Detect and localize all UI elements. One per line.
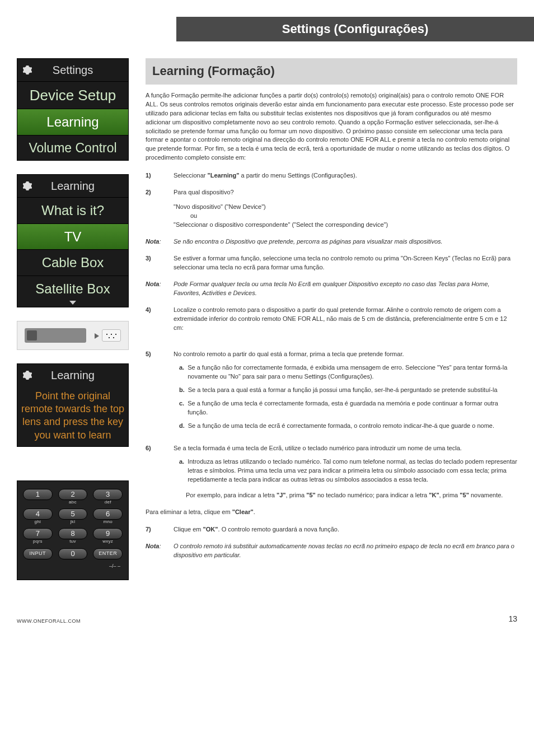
key-7-label: pqrs: [23, 538, 53, 544]
step-1-num: 1): [146, 171, 162, 180]
step-5a: a.Se a função não for correctamente form…: [179, 363, 517, 381]
key-4-label: ghi: [23, 519, 53, 525]
step-4: 4) Localize o controlo remoto para o dis…: [146, 306, 517, 333]
menu-satellite-box[interactable]: Satellite Box: [17, 276, 128, 300]
clear-note: Para eliminar a letra, clique em "Clear"…: [146, 508, 517, 516]
step-7: 7) Clique em "OK". O controlo remoto gua…: [146, 525, 517, 534]
step-3-num: 3): [146, 254, 162, 272]
menu-what-is-it[interactable]: What is it?: [17, 197, 128, 223]
key-5-label: jkl: [58, 519, 88, 525]
key-6[interactable]: 6: [93, 508, 123, 520]
instruction-text: Point the original remote towards the to…: [17, 386, 128, 447]
note-1-body: Se não encontra o Dispositivo que preten…: [174, 237, 517, 246]
menu-learning[interactable]: Learning: [17, 109, 128, 135]
gear-icon: [23, 66, 32, 74]
section-title: Learning (Formação): [146, 58, 517, 85]
menu-device-setup[interactable]: Device Setup: [17, 81, 128, 109]
keypad-footnote: –/– –: [93, 563, 123, 570]
note-3: Nota: O controlo remoto irá substituir a…: [146, 542, 517, 560]
settings-panel-header: Settings: [17, 59, 128, 81]
page-footer: WWW.ONEFORALL.COM 13: [0, 603, 534, 636]
key-1[interactable]: 1: [23, 489, 53, 500]
key-3[interactable]: 3: [93, 489, 123, 500]
page-title: Settings (Configurações): [282, 21, 429, 38]
key-3-label: def: [93, 499, 123, 505]
page-header: Settings (Configurações): [176, 17, 534, 41]
key-9-label: wxyz: [93, 538, 123, 544]
key-4[interactable]: 4: [23, 508, 53, 520]
key-enter[interactable]: ENTER: [93, 548, 123, 559]
key-9[interactable]: 9: [93, 528, 123, 539]
key-6-label: mno: [93, 519, 123, 525]
settings-panel: Settings Device Setup Learning Volume Co…: [17, 58, 129, 161]
key-7[interactable]: 7: [23, 528, 53, 539]
key-8-label: tuv: [58, 538, 88, 544]
left-column: Settings Device Setup Learning Volume Co…: [17, 58, 129, 580]
step-3: 3) Se estiver a formar uma função, selec…: [146, 254, 517, 272]
step-6: 6) Se a tecla formada é uma tecla de Ecr…: [146, 444, 517, 500]
key-0[interactable]: 0: [58, 548, 88, 559]
remote-diagram: [17, 321, 129, 350]
menu-cable-box[interactable]: Cable Box: [17, 249, 128, 276]
page-number: 13: [508, 614, 517, 625]
step-5b: b.Se a tecla para a qual está a formar a…: [179, 386, 517, 395]
arrow-right-icon: [95, 333, 99, 339]
note-1: Nota: Se não encontra o Dispositivo que …: [146, 237, 517, 246]
note-3-body: O controlo remoto irá substituir automat…: [174, 542, 517, 560]
step-7-body: Clique em "OK". O controlo remoto guarda…: [174, 525, 517, 534]
key-2[interactable]: 2: [58, 489, 88, 500]
learning-panel-header: Learning: [17, 175, 128, 197]
menu-satellite-box-label: Satellite Box: [35, 281, 110, 296]
step-6-num: 6): [146, 444, 162, 500]
step-6a: a.Introduza as letras utilizando o tecla…: [179, 458, 517, 484]
footer-url: WWW.ONEFORALL.COM: [17, 618, 81, 625]
instruction-panel: Learning Point the original remote towar…: [17, 363, 129, 447]
gear-icon: [23, 181, 32, 190]
key-input[interactable]: INPUT: [23, 548, 53, 559]
step-5: 5) No controlo remoto a partir do qual e…: [146, 350, 517, 431]
step-list: 1) Seleccionar "Learning" a partir do me…: [146, 171, 517, 560]
step-5c: c.Se a função de uma tecla é correctamen…: [179, 399, 517, 417]
step-1-body: Seleccionar "Learning" a partir do menu …: [174, 171, 517, 180]
step-3-body: Se estiver a formar uma função, seleccio…: [174, 254, 517, 272]
menu-volume-control[interactable]: Volume Control: [17, 135, 128, 160]
step-2: 2) Para qual dispositivo? "Novo disposit…: [146, 188, 517, 230]
step-4-num: 4): [146, 306, 162, 333]
note-2-body: Pode Formar qualquer tecla ou uma tecla …: [174, 280, 517, 298]
key-8[interactable]: 8: [58, 528, 88, 539]
instruction-panel-header: Learning: [17, 364, 128, 386]
settings-panel-title: Settings: [23, 62, 123, 78]
step-2-body: Para qual dispositivo? "Novo dispositivo…: [174, 188, 517, 230]
note-2: Nota: Pode Formar qualquer tecla ou uma …: [146, 280, 517, 298]
menu-tv[interactable]: TV: [17, 223, 128, 250]
step-6-body: Se a tecla formada é uma tecla de Ecrã, …: [174, 444, 517, 500]
intro-paragraph: A função Formação permite-lhe adicionar …: [146, 91, 517, 163]
right-column: Learning (Formação) A função Formação pe…: [146, 58, 517, 580]
step-7-num: 7): [146, 525, 162, 534]
step-5d: d.Se a função de uma tecla de ecrã é cor…: [179, 422, 517, 431]
chevron-down-icon[interactable]: [69, 301, 76, 305]
step-5-num: 5): [146, 350, 162, 431]
key-2-label: abc: [58, 499, 88, 505]
instruction-panel-title: Learning: [23, 367, 123, 383]
learning-panel-title: Learning: [23, 178, 123, 194]
learning-panel: Learning What is it? TV Cable Box Satell…: [17, 174, 129, 307]
key-5[interactable]: 5: [58, 508, 88, 520]
step-2-num: 2): [146, 188, 162, 230]
step-5-body: No controlo remoto a partir do qual está…: [174, 350, 517, 431]
step-1: 1) Seleccionar "Learning" a partir do me…: [146, 171, 517, 180]
remote-body-graphic: [25, 328, 86, 343]
step-4-body: Localize o controlo remoto para o dispos…: [174, 306, 517, 333]
content: Settings Device Setup Learning Volume Co…: [0, 58, 534, 603]
gear-icon: [23, 371, 32, 380]
remote-target-graphic: [102, 329, 121, 342]
numeric-keypad: 1 2abc 3def 4ghi 5jkl 6mno 7pqrs 8tuv 9w…: [17, 480, 129, 580]
step-6a-example: Por exemplo, para indicar a letra "J", p…: [186, 491, 517, 500]
